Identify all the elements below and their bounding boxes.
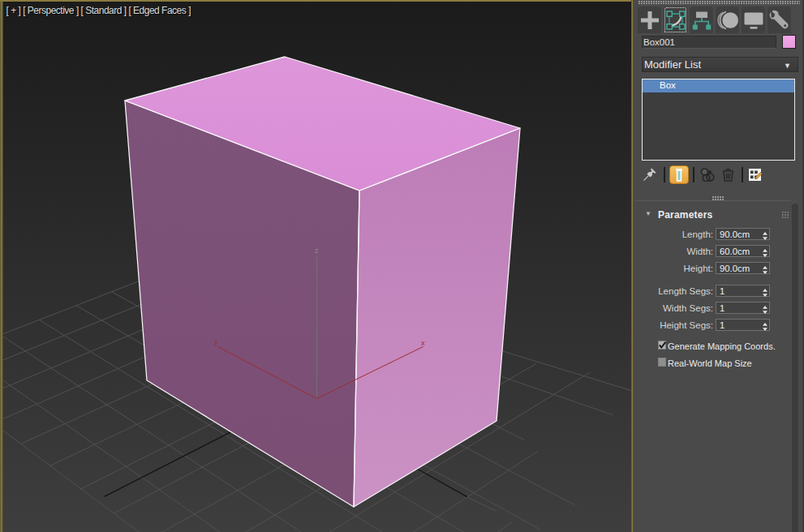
svg-text:y: y [214,337,218,345]
svg-text:z: z [315,247,319,255]
svg-text:x: x [421,339,425,347]
